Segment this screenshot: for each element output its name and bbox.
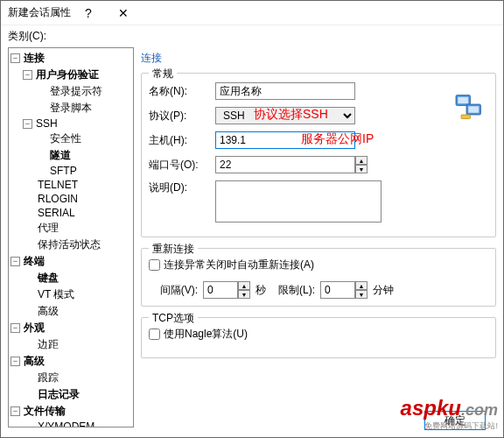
tree-label: 外观 (22, 321, 46, 336)
watermark: aspku.com 免费网站源码下载站! (401, 396, 498, 432)
expand-icon[interactable]: − (10, 357, 20, 366)
tree-item-SSH[interactable]: −SSH (10, 117, 131, 131)
interval-label: 间隔(V): (149, 283, 198, 298)
name-label: 名称(N): (149, 84, 210, 99)
tree-label: 终端 (22, 254, 46, 269)
expand-icon[interactable]: − (23, 70, 32, 80)
tree-item-边距[interactable]: 边距 (10, 336, 131, 353)
tree-item-高级[interactable]: 高级 (10, 303, 131, 320)
tree-item-SFTP[interactable]: SFTP (10, 164, 131, 178)
description-label: 说明(D): (149, 180, 210, 195)
tree-label: 高级 (36, 304, 60, 319)
window-title: 新建会话属性 (8, 5, 71, 20)
tree-label: VT 模式 (36, 287, 76, 302)
tree-item-跟踪[interactable]: 跟踪 (10, 370, 131, 386)
tree-item-VT 模式[interactable]: VT 模式 (10, 286, 131, 303)
port-down[interactable]: ▼ (355, 165, 368, 173)
tree-label: 用户身份验证 (34, 67, 101, 82)
tree-label: 边距 (36, 337, 60, 352)
tree-item-SERIAL[interactable]: SERIAL (10, 206, 131, 220)
tree-label: TELNET (36, 179, 80, 191)
help-button[interactable]: ? (71, 1, 106, 25)
tree-label: SERIAL (36, 207, 77, 219)
tree-label: SSH (34, 117, 60, 130)
tree-item-终端[interactable]: −终端 (10, 253, 131, 270)
category-label: 类别(C): (1, 25, 503, 47)
group-tcp: TCP选项 使用Nagle算法(U) (141, 317, 496, 358)
tree-item-代理[interactable]: 代理 (10, 220, 131, 237)
port-up[interactable]: ▲ (355, 156, 368, 165)
protocol-label: 协议(P): (149, 109, 210, 124)
tree-item-X/YMODEM[interactable]: X/YMODEM (10, 420, 131, 427)
expand-icon[interactable]: − (10, 406, 20, 416)
tree-label: SFTP (48, 165, 79, 177)
tree-label: 高级 (22, 354, 46, 369)
tree-item-键盘[interactable]: 键盘 (10, 270, 131, 286)
group-reconnect: 重新连接 连接异常关闭时自动重新连接(A) 间隔(V): ▲▼ 秒 限制(L):… (141, 248, 496, 307)
expand-icon[interactable]: − (23, 119, 32, 129)
tree-item-登录提示符[interactable]: 登录提示符 (10, 83, 131, 100)
seconds-label: 秒 (256, 283, 266, 298)
tree-label: 代理 (36, 221, 60, 236)
interval-input[interactable]: ▲▼ (203, 281, 250, 299)
tree-item-保持活动状态[interactable]: 保持活动状态 (10, 237, 131, 253)
port-input[interactable]: ▲▼ (215, 156, 368, 173)
minutes-label: 分钟 (373, 283, 394, 298)
tree-item-连接[interactable]: −连接 (10, 50, 131, 67)
tree-item-安全性[interactable]: 安全性 (10, 131, 131, 147)
nagle-label: 使用Nagle算法(U) (164, 327, 248, 342)
tree-item-RLOGIN[interactable]: RLOGIN (10, 192, 131, 206)
tree-label: RLOGIN (36, 193, 80, 205)
group-reconnect-title: 重新连接 (149, 242, 198, 257)
group-general: 常规 名称(N): 协议(P): SSH 协议选择SSH 主机(H): 服务 (141, 73, 496, 237)
tree-label: 保持活动状态 (36, 237, 102, 252)
auto-reconnect-label: 连接异常关闭时自动重新连接(A) (164, 258, 314, 272)
nagle-checkbox[interactable] (149, 328, 160, 340)
tree-item-高级[interactable]: −高级 (10, 353, 131, 370)
tree-label: 登录脚本 (48, 101, 94, 116)
annotation-protocol: 协议选择SSH (254, 107, 328, 123)
annotation-host: 服务器公网IP (301, 131, 374, 147)
host-label: 主机(H): (149, 133, 210, 148)
tree-item-外观[interactable]: −外观 (10, 320, 131, 336)
expand-icon[interactable]: − (10, 53, 20, 63)
tree-item-日志记录[interactable]: 日志记录 (10, 386, 131, 403)
tree-item-登录脚本[interactable]: 登录脚本 (10, 100, 131, 117)
content-title: 连接 (141, 47, 496, 73)
group-general-title: 常规 (149, 67, 177, 81)
description-textarea[interactable] (215, 180, 382, 223)
expand-icon[interactable]: − (10, 323, 20, 333)
limit-label: 限制(L): (271, 283, 315, 298)
tree-label: 跟踪 (36, 371, 60, 385)
tree-label: 安全性 (48, 131, 83, 146)
tree-label: 连接 (22, 51, 46, 66)
tree-item-隧道[interactable]: 隧道 (10, 147, 131, 164)
tree-label: 登录提示符 (48, 84, 104, 99)
svg-rect-1 (458, 97, 468, 104)
tree-item-文件传输[interactable]: −文件传输 (10, 403, 131, 420)
content-panel: 连接 常规 名称(N): 协议(P): SSH 协议选择SSH 主机(H): (141, 47, 496, 427)
limit-input[interactable]: ▲▼ (320, 281, 368, 299)
tree-label: 隧道 (48, 148, 73, 163)
tree-label: 日志记录 (36, 387, 81, 402)
category-tree[interactable]: −连接−用户身份验证登录提示符登录脚本−SSH安全性隧道SFTPTELNETRL… (8, 47, 134, 427)
group-tcp-title: TCP选项 (149, 311, 198, 326)
expand-icon[interactable]: − (10, 257, 20, 266)
auto-reconnect-checkbox[interactable] (149, 259, 160, 271)
name-input[interactable] (215, 82, 355, 100)
tree-label: X/YMODEM (36, 420, 96, 427)
close-button[interactable]: ✕ (106, 1, 141, 25)
tree-label: 文件传输 (22, 404, 67, 419)
tree-item-用户身份验证[interactable]: −用户身份验证 (10, 67, 131, 83)
tree-item-TELNET[interactable]: TELNET (10, 178, 131, 192)
port-label: 端口号(O): (149, 158, 210, 173)
tree-label: 键盘 (36, 271, 60, 286)
titlebar: 新建会话属性 ? ✕ (1, 1, 503, 25)
